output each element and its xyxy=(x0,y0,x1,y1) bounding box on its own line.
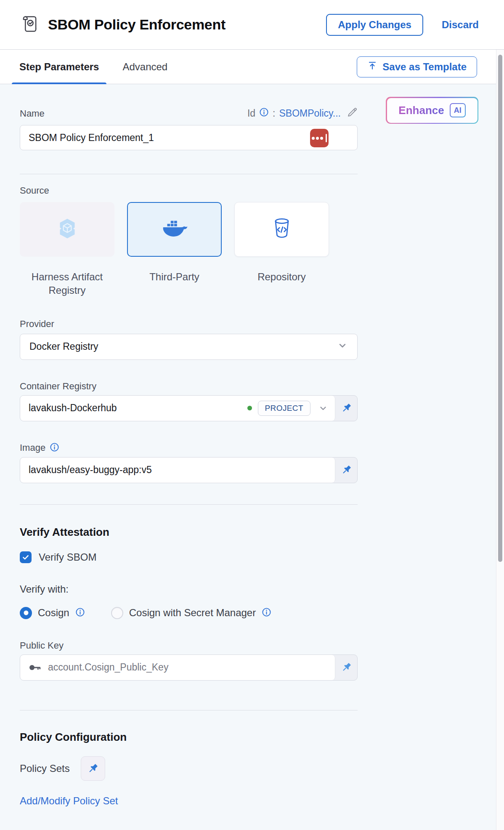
source-option-label: Harness Artifact Registry xyxy=(20,270,114,298)
save-as-template-button[interactable]: Save as Template xyxy=(357,56,477,77)
verify-with-label: Verify with: xyxy=(20,583,358,595)
add-modify-policy-set-link[interactable]: Add/Modify Policy Set xyxy=(20,795,118,807)
pin-runtime-input-button[interactable] xyxy=(335,458,357,483)
radio-cosign-secret-manager[interactable]: Cosign with Secret Manager xyxy=(111,607,271,619)
name-input-value: SBOM Policy Enforcement_1 xyxy=(29,132,154,144)
scope-badge: PROJECT xyxy=(258,401,310,416)
chevron-down-icon xyxy=(337,340,348,354)
image-input-value: lavakush/easy-buggy-app:v5 xyxy=(29,464,152,476)
radio-selected-icon[interactable] xyxy=(20,607,32,619)
radio-cosign-label: Cosign xyxy=(38,607,69,619)
source-option-label: Third-Party xyxy=(127,270,222,298)
public-key-input[interactable]: account.Cosign_Public_Key xyxy=(20,655,335,680)
provider-label: Provider xyxy=(20,319,358,330)
image-field: lavakush/easy-buggy-app:v5 xyxy=(20,457,358,483)
source-card-repository[interactable] xyxy=(234,202,329,257)
pin-runtime-input-button[interactable] xyxy=(335,655,357,680)
chevron-down-icon[interactable] xyxy=(318,403,328,413)
sbom-scroll-check-icon xyxy=(19,13,40,37)
name-input[interactable]: SBOM Policy Enforcement_1 xyxy=(20,125,358,150)
scope-indicator-dot xyxy=(247,406,252,410)
policy-sets-pin-button[interactable] xyxy=(81,756,105,781)
image-input[interactable]: lavakush/easy-buggy-app:v5 xyxy=(20,458,335,483)
docker-whale-icon xyxy=(162,218,188,241)
step-parameters-content: Enhance AI Name Id : SBOMPoli xyxy=(0,84,504,830)
divider xyxy=(20,174,358,174)
policy-sets-label: Policy Sets xyxy=(20,763,70,774)
public-key-value: account.Cosign_Public_Key xyxy=(48,662,168,673)
edit-id-pencil-icon[interactable] xyxy=(347,107,358,120)
radio-cosign-secret-manager-label: Cosign with Secret Manager xyxy=(129,607,256,619)
tab-bar: Step Parameters Advanced Save as Templat… xyxy=(0,50,504,84)
ai-badge-icon: AI xyxy=(450,103,466,117)
public-key-field: account.Cosign_Public_Key xyxy=(20,654,358,681)
public-key-label: Public Key xyxy=(20,640,358,651)
step-config-panel: SBOM Policy Enforcement Apply Changes Di… xyxy=(0,0,504,830)
source-option-label: Repository xyxy=(234,270,329,298)
step-id-value: SBOMPolicy... xyxy=(279,108,341,119)
vertical-scrollbar xyxy=(496,50,504,830)
panel-header: SBOM Policy Enforcement Apply Changes Di… xyxy=(0,0,504,50)
source-card-harness-artifact-registry[interactable] xyxy=(20,202,114,257)
enhance-label: Enhance xyxy=(398,104,444,117)
image-info-icon[interactable] xyxy=(50,442,59,454)
tab-step-parameters-label: Step Parameters xyxy=(19,61,99,73)
apply-changes-button[interactable]: Apply Changes xyxy=(326,14,423,36)
divider xyxy=(20,504,358,505)
divider xyxy=(20,710,358,710)
discard-button[interactable]: Discard xyxy=(442,19,479,31)
source-label: Source xyxy=(20,185,358,196)
tab-step-parameters[interactable]: Step Parameters xyxy=(19,50,100,84)
id-separator: : xyxy=(273,108,275,119)
container-registry-field: lavakush-Dockerhub PROJECT xyxy=(20,395,358,421)
key-icon xyxy=(29,662,41,673)
password-manager-icon[interactable] xyxy=(310,129,329,147)
radio-unselected-icon[interactable] xyxy=(111,607,123,619)
cosign-secret-manager-info-icon[interactable] xyxy=(262,607,271,619)
pin-runtime-input-button[interactable] xyxy=(335,396,357,421)
page-title: SBOM Policy Enforcement xyxy=(48,16,225,33)
verify-sbom-label: Verify SBOM xyxy=(39,551,96,563)
name-label: Name xyxy=(20,108,45,119)
harness-artifact-registry-icon xyxy=(56,217,79,242)
verify-attestation-heading: Verify Attestation xyxy=(20,526,358,539)
policy-configuration-heading: Policy Configuration xyxy=(20,731,358,744)
verify-sbom-checkbox-row[interactable]: Verify SBOM xyxy=(20,551,358,563)
provider-select[interactable]: Docker Registry xyxy=(20,334,358,360)
scrollbar-thumb[interactable] xyxy=(498,55,502,562)
image-label: Image xyxy=(20,442,45,453)
tab-advanced[interactable]: Advanced xyxy=(122,50,168,84)
tab-advanced-label: Advanced xyxy=(122,61,167,73)
enhance-ai-button[interactable]: Enhance AI xyxy=(386,97,478,124)
source-card-third-party[interactable] xyxy=(127,202,222,257)
container-registry-label: Container Registry xyxy=(20,381,358,392)
verify-sbom-checkbox[interactable] xyxy=(20,551,32,563)
radio-cosign[interactable]: Cosign xyxy=(20,607,85,619)
save-as-template-label: Save as Template xyxy=(382,61,467,73)
container-registry-select[interactable]: lavakush-Dockerhub PROJECT xyxy=(20,396,335,421)
container-registry-value: lavakush-Dockerhub xyxy=(29,402,117,414)
repository-bucket-icon xyxy=(271,217,293,242)
id-info-icon[interactable] xyxy=(259,107,269,120)
cosign-info-icon[interactable] xyxy=(75,607,85,619)
id-label: Id xyxy=(247,108,255,119)
upload-icon xyxy=(367,61,377,73)
provider-selected-value: Docker Registry xyxy=(29,341,98,352)
